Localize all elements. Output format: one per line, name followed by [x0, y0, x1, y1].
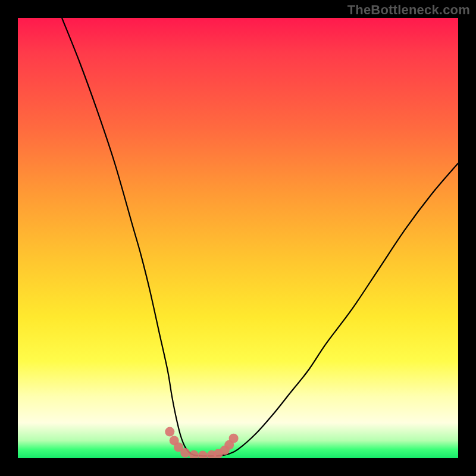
- background-frame: TheBottleneck.com: [0, 0, 476, 476]
- floor-dot: [229, 434, 239, 443]
- bottleneck-curve: [62, 18, 458, 456]
- floor-dot: [180, 448, 190, 458]
- attribution-text: TheBottleneck.com: [347, 2, 470, 18]
- floor-dot: [198, 451, 208, 458]
- floor-dot: [189, 450, 199, 458]
- floor-dots-group: [165, 427, 238, 458]
- floor-dot: [165, 427, 174, 437]
- curve-layer: [18, 18, 458, 458]
- plot-area: [18, 18, 458, 458]
